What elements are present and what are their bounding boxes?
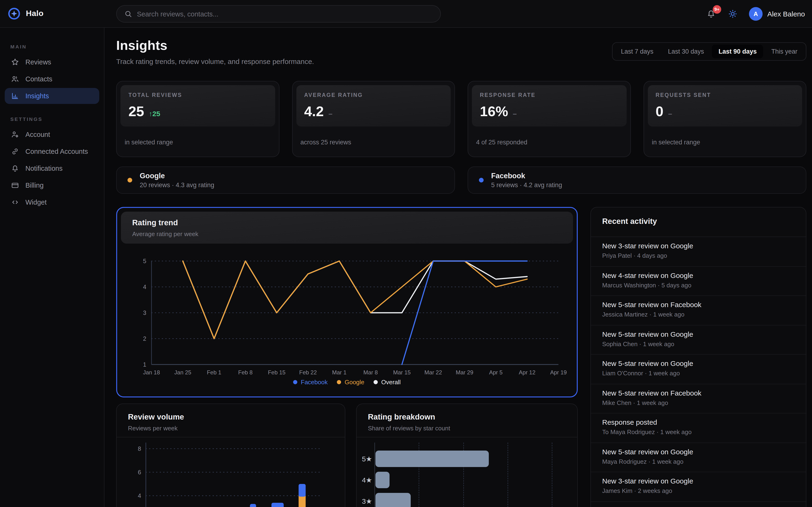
activity-item[interactable]: New 5-star review on GoogleMaya Rodrigue… xyxy=(591,443,806,472)
svg-text:Feb 15: Feb 15 xyxy=(268,369,285,376)
rating-breakdown-card[interactable]: Rating breakdown Share of reviews by sta… xyxy=(356,403,578,507)
bell-icon xyxy=(11,164,19,173)
platform-name: Google xyxy=(140,172,214,180)
sidebar-item-insights[interactable]: Insights xyxy=(5,88,99,104)
activity-item[interactable]: New 3-star review on GoogleJames Kim · 2… xyxy=(591,472,806,502)
breakdown-row-label: 5★ xyxy=(357,455,372,463)
stat-delta: – xyxy=(513,110,517,118)
breakdown-row-label: 3★ xyxy=(357,497,372,506)
stat-card-inner: TOTAL REVIEWS25↑25 xyxy=(120,85,275,126)
search-input[interactable] xyxy=(137,10,433,18)
range-tab-last-30-days[interactable]: Last 30 days xyxy=(661,45,711,58)
user-gear-icon xyxy=(11,130,19,139)
sidebar-item-label: Reviews xyxy=(25,58,51,66)
stat-card-inner: REQUESTS SENT0– xyxy=(648,85,802,126)
legend-item-google[interactable]: Google xyxy=(337,379,364,386)
stat-label: TOTAL REVIEWS xyxy=(128,92,267,98)
legend-item-facebook[interactable]: Facebook xyxy=(293,379,328,386)
activity-item-title: New 5-star review on Facebook xyxy=(602,300,795,308)
stat-card-total-reviews: TOTAL REVIEWS25↑25in selected range xyxy=(116,81,279,157)
svg-text:6: 6 xyxy=(138,469,141,475)
sidebar-item-label: Widget xyxy=(25,199,47,206)
legend-dot xyxy=(337,380,341,384)
volume-bar-facebook xyxy=(299,484,306,497)
breakdown-gridline xyxy=(552,443,552,507)
stat-card-requests-sent: REQUESTS SENT0–in selected range xyxy=(643,81,806,157)
legend-label: Facebook xyxy=(301,379,328,386)
theme-toggle-button[interactable] xyxy=(727,8,739,19)
activity-item-meta: Marcus Washington · 5 days ago xyxy=(602,281,795,288)
platform-summary: 20 reviews · 4.3 avg rating xyxy=(140,181,214,188)
platform-dot xyxy=(479,178,484,182)
activity-item[interactable]: New 5-star review on FacebookMike Chen ·… xyxy=(591,384,806,413)
activity-item[interactable]: New 4-star review on GoogleMarcus Washin… xyxy=(591,267,806,296)
rating-trend-chart: 12345Jan 18Jan 25Feb 1Feb 8Feb 15Feb 22M… xyxy=(117,208,579,398)
activity-item[interactable]: New 5-star review on GoogleLiam O'Connor… xyxy=(591,355,806,384)
review-volume-card[interactable]: Review volume Reviews per week 864 xyxy=(116,403,345,507)
platform-card-google[interactable]: Google20 reviews · 4.3 avg rating xyxy=(116,167,455,194)
page-title: Insights xyxy=(116,38,167,53)
breakdown-gridline xyxy=(507,443,508,507)
platform-dot xyxy=(127,178,132,182)
activity-item[interactable]: New 5-star review on GoogleSophia Chen ·… xyxy=(591,325,806,355)
platform-summary: 5 reviews · 4.2 avg rating xyxy=(491,181,562,188)
activity-item-meta: Sophia Chen · 1 week ago xyxy=(602,340,795,347)
range-tab-this-year[interactable]: This year xyxy=(765,45,804,58)
date-range-control: Last 7 daysLast 30 daysLast 90 daysThis … xyxy=(612,42,806,61)
stat-caption: in selected range xyxy=(125,139,173,146)
user-name: Alex Baleno xyxy=(767,10,805,18)
brand[interactable]: Halo xyxy=(0,7,97,21)
activity-item-meta: Mike Chen · 1 week ago xyxy=(602,399,795,406)
sidebar-section: MAINReviewsContactsInsights xyxy=(0,44,104,104)
svg-text:Mar 8: Mar 8 xyxy=(364,369,378,376)
page-subtitle: Track rating trends, review volume, and … xyxy=(116,57,314,65)
legend-dot xyxy=(374,380,378,384)
sidebar-item-reviews[interactable]: Reviews xyxy=(5,54,99,70)
sidebar-item-connected-accounts[interactable]: Connected Accounts xyxy=(5,144,99,159)
svg-text:4: 4 xyxy=(138,493,141,499)
notifications-button[interactable]: 9+ xyxy=(706,8,717,19)
sidebar-section-label: SETTINGS xyxy=(0,116,104,122)
sidebar-item-widget[interactable]: Widget xyxy=(5,194,99,210)
activity-item-meta: Maya Rodriguez · 1 week ago xyxy=(602,458,795,465)
activity-item[interactable]: New 5-star review on FacebookJessica Mar… xyxy=(591,296,806,325)
recent-activity-list: New 3-star review on GooglePriya Patel ·… xyxy=(591,237,806,507)
code-icon xyxy=(11,198,19,207)
breakdown-bar xyxy=(375,493,411,507)
search-bar[interactable] xyxy=(116,5,441,22)
sidebar-item-label: Connected Accounts xyxy=(25,148,88,155)
svg-text:2: 2 xyxy=(143,335,146,342)
activity-item[interactable]: Response postedTo Maya Rodriguez · 1 wee… xyxy=(591,413,806,443)
stat-value: 4.2 xyxy=(304,104,324,119)
activity-item[interactable]: New 5-star review on Facebook xyxy=(591,502,806,507)
platform-card-facebook[interactable]: Facebook5 reviews · 4.2 avg rating xyxy=(468,167,806,194)
stat-label: RESPONSE RATE xyxy=(480,92,618,98)
trend-line-google xyxy=(183,261,527,339)
sidebar-item-account[interactable]: Account xyxy=(5,126,99,143)
range-tab-last-90-days[interactable]: Last 90 days xyxy=(712,45,763,58)
activity-item[interactable]: New 3-star review on GooglePriya Patel ·… xyxy=(591,237,806,267)
stat-card-average-rating: AVERAGE RATING4.2–across 25 reviews xyxy=(292,81,455,157)
rating-breakdown-chart: 5★4★3★ xyxy=(357,437,578,507)
breakdown-axis xyxy=(375,443,375,507)
user-menu[interactable]: A Alex Baleno xyxy=(749,7,805,21)
sidebar-item-label: Notifications xyxy=(25,165,63,172)
rating-trend-card[interactable]: Rating trend Average rating per week 123… xyxy=(116,207,578,397)
svg-text:Feb 1: Feb 1 xyxy=(207,369,221,376)
sidebar-item-billing[interactable]: Billing xyxy=(5,177,99,193)
svg-text:Apr 12: Apr 12 xyxy=(519,369,536,376)
halo-logo-icon xyxy=(7,7,21,21)
sidebar-item-contacts[interactable]: Contacts xyxy=(5,71,99,87)
svg-text:8: 8 xyxy=(138,445,141,452)
sidebar-item-notifications[interactable]: Notifications xyxy=(5,160,99,176)
stat-card-response-rate: RESPONSE RATE16%–4 of 25 responded xyxy=(468,81,631,157)
credit-card-icon xyxy=(11,181,19,189)
breakdown-bar xyxy=(375,472,389,488)
users-icon xyxy=(11,75,19,83)
trend-line-overall xyxy=(183,261,527,339)
svg-text:Jan 18: Jan 18 xyxy=(143,369,160,376)
range-tab-last-7-days[interactable]: Last 7 days xyxy=(614,45,660,58)
review-volume-subtitle: Reviews per week xyxy=(128,425,184,432)
legend-item-overall[interactable]: Overall xyxy=(374,379,400,386)
stat-cards-row: TOTAL REVIEWS25↑25in selected rangeAVERA… xyxy=(116,81,806,157)
